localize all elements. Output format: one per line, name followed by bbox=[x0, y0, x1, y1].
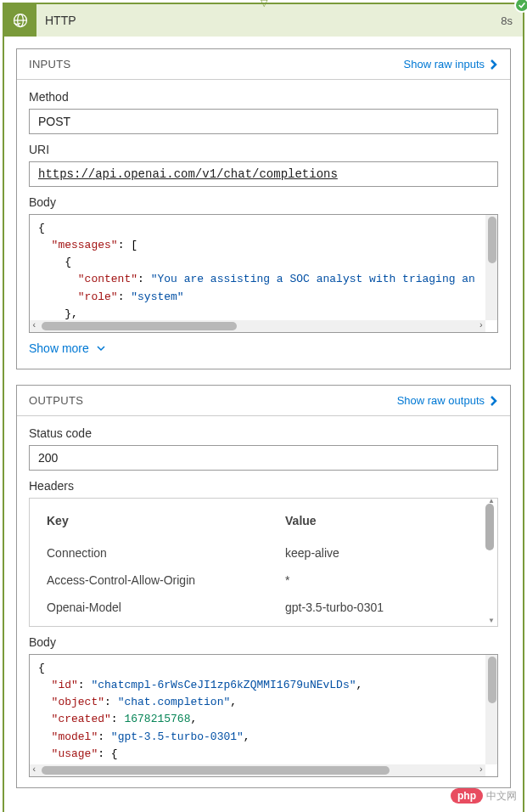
outputs-panel: OUTPUTS Show raw outputs Status code 200… bbox=[16, 385, 511, 788]
chevron-right-icon bbox=[490, 59, 498, 70]
vertical-scrollbar[interactable] bbox=[485, 504, 494, 550]
table-row: Access-Control-Allow-Origin * bbox=[47, 567, 480, 594]
table-row: Connection keep-alive bbox=[47, 539, 480, 567]
outputs-panel-header: OUTPUTS Show raw outputs bbox=[17, 386, 510, 416]
table-row: Openai-Model gpt-3.5-turbo-0301 bbox=[47, 594, 480, 621]
uri-label: URI bbox=[29, 143, 498, 156]
show-more-button[interactable]: Show more bbox=[29, 333, 498, 358]
success-check-icon bbox=[514, 0, 527, 13]
input-body-json[interactable]: { "messages": [ { "content": "You are as… bbox=[29, 214, 498, 333]
headers-header-row: Key Value bbox=[47, 507, 480, 539]
chevron-right-icon bbox=[490, 395, 498, 407]
status-code-label: Status code bbox=[29, 426, 498, 440]
headers-label: Headers bbox=[29, 479, 498, 493]
status-code-value[interactable]: 200 bbox=[29, 445, 498, 471]
output-body-json[interactable]: { "id": "chatcmpl-6rWsCeJI1zp6kZQMMI1679… bbox=[29, 654, 498, 777]
duration-badge: 8s bbox=[501, 14, 523, 27]
flow-arrow-icon: ▽ bbox=[261, 0, 267, 8]
inputs-panel: INPUTS Show raw inputs Method POST URI h… bbox=[16, 48, 511, 369]
http-globe-icon bbox=[4, 4, 36, 37]
output-body-label: Body bbox=[29, 635, 498, 649]
inputs-panel-header: INPUTS Show raw inputs bbox=[17, 49, 510, 80]
inputs-title: INPUTS bbox=[29, 58, 70, 70]
horizontal-scrollbar[interactable] bbox=[30, 320, 485, 332]
horizontal-scrollbar[interactable] bbox=[30, 764, 485, 776]
vertical-scrollbar[interactable] bbox=[485, 215, 497, 320]
body-label: Body bbox=[29, 195, 498, 209]
vertical-scrollbar[interactable] bbox=[485, 655, 497, 764]
show-raw-inputs-link[interactable]: Show raw inputs bbox=[404, 58, 498, 70]
watermark: php 中文网 bbox=[451, 788, 517, 804]
show-raw-outputs-link[interactable]: Show raw outputs bbox=[397, 394, 498, 407]
uri-value[interactable]: https://api.openai.com/v1/chat/completio… bbox=[29, 161, 498, 187]
chevron-down-icon bbox=[96, 345, 106, 352]
card-header[interactable]: HTTP 8s bbox=[4, 4, 523, 37]
card-title: HTTP bbox=[36, 14, 501, 27]
headers-table[interactable]: Key Value Connection keep-alive Access-C… bbox=[29, 498, 498, 627]
outputs-title: OUTPUTS bbox=[29, 394, 83, 407]
method-label: Method bbox=[29, 90, 498, 104]
http-action-card: ▽ HTTP 8s INPUTS Show raw inputs Method … bbox=[3, 3, 524, 812]
method-value[interactable]: POST bbox=[29, 109, 498, 134]
